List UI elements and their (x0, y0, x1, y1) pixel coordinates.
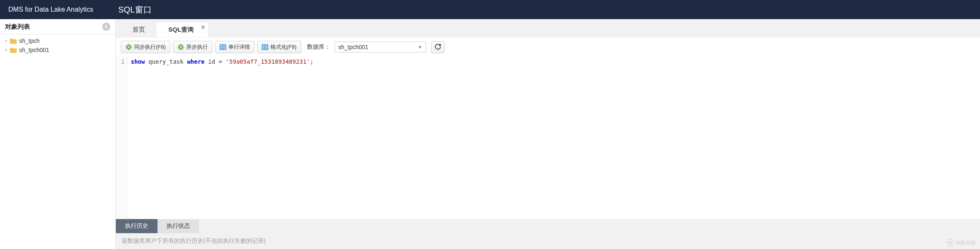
line-number: 1 (116, 58, 125, 65)
database-value: sh_tpch001 (338, 44, 368, 50)
sidebar-header: 对象列表 (0, 19, 115, 35)
collapse-sidebar-button[interactable] (102, 22, 110, 31)
tree-item-label: sh_tpch001 (19, 47, 49, 53)
code-content[interactable]: show query_task where id = '59a05af7_153… (128, 57, 317, 219)
sql-string: '59a05af7_1531893489231' (226, 58, 310, 65)
tabs-bar: 首页 SQL查询 ✕ (116, 19, 980, 37)
svg-rect-5 (262, 44, 268, 50)
tab-exec-history[interactable]: 执行历史 (116, 219, 158, 233)
grid-icon (220, 44, 226, 50)
sql-editor[interactable]: 1 show query_task where id = '59a05af7_1… (116, 57, 980, 219)
sql-keyword: show (131, 58, 145, 65)
tab-label: 执行历史 (125, 222, 148, 229)
button-label: 同步执行(F8) (134, 43, 166, 51)
tab-label: 执行状态 (167, 222, 190, 229)
bottom-tabs: 执行历史 执行状态 (116, 219, 980, 233)
button-label: 异步执行 (186, 43, 208, 51)
watermark-text: 创新互联 (956, 239, 976, 247)
sidebar-title: 对象列表 (5, 23, 30, 31)
gear-run-icon (125, 44, 132, 50)
tree-item[interactable]: + sh_tpch (0, 36, 115, 45)
chevron-left-icon (104, 25, 108, 29)
sync-run-button[interactable]: 同步执行(F8) (121, 41, 170, 53)
tab-sql-query[interactable]: SQL查询 ✕ (157, 22, 208, 37)
database-label: 数据库： (307, 43, 330, 51)
tab-label: 首页 (132, 26, 145, 33)
async-run-button[interactable]: 异步执行 (173, 41, 212, 53)
app-header: DMS for Data Lake Analytics SQL窗口 (0, 0, 980, 19)
watermark: K 创新互联 (947, 239, 976, 247)
database-select[interactable]: sh_tpch001 ▼ (335, 42, 426, 52)
refresh-button[interactable] (431, 41, 445, 53)
main-panel: 首页 SQL查询 ✕ 同步执行(F8) 异步执行 (116, 19, 980, 249)
sql-keyword: where (187, 58, 205, 65)
svg-rect-4 (220, 44, 226, 50)
sql-text: id = (205, 58, 226, 65)
expand-icon[interactable]: + (3, 47, 9, 52)
folder-icon (10, 47, 17, 53)
button-label: 单行详情 (228, 43, 250, 51)
object-tree: + sh_tpch + sh_tpch001 (0, 35, 115, 56)
gear-run-icon (178, 44, 184, 50)
svg-point-3 (180, 46, 182, 48)
refresh-icon (435, 44, 441, 50)
format-button[interactable]: 格式化(F9) (257, 41, 301, 53)
button-label: 格式化(F9) (270, 43, 297, 51)
tab-home[interactable]: 首页 (121, 22, 157, 37)
tree-item[interactable]: + sh_tpch001 (0, 45, 115, 55)
line-gutter: 1 (116, 57, 128, 219)
page-title: SQL窗口 (118, 4, 152, 15)
tree-item-label: sh_tpch (19, 37, 40, 44)
brand-label: DMS for Data Lake Analytics (8, 6, 93, 13)
svg-point-1 (128, 46, 130, 48)
tab-label: SQL查询 (168, 26, 194, 33)
row-detail-button[interactable]: 单行详情 (215, 41, 255, 53)
sql-text: query_task (145, 58, 187, 65)
sql-punct: ; (310, 58, 313, 65)
sidebar: 对象列表 + sh_tpch + sh_tpch001 (0, 19, 116, 249)
toolbar: 同步执行(F8) 异步执行 单行详情 (116, 37, 980, 57)
watermark-icon: K (947, 239, 954, 247)
expand-icon[interactable]: + (3, 38, 9, 43)
status-message: 该数据库用户下所有的执行历史(不包括执行失败的记录) (116, 233, 980, 249)
folder-icon (10, 38, 17, 44)
close-icon[interactable]: ✕ (201, 24, 205, 30)
grid-icon (262, 44, 268, 50)
tab-exec-status[interactable]: 执行状态 (158, 219, 199, 233)
chevron-down-icon: ▼ (418, 45, 422, 50)
